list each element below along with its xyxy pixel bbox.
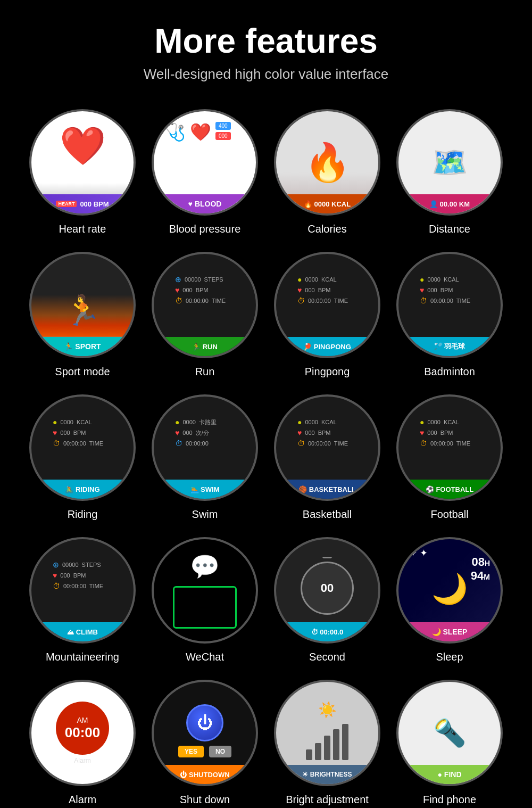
feature-shutdown: ⏻ YES NO ⏻ SHUTDOWN Shut down — [149, 680, 261, 806]
shutdown-circle: ⏻ YES NO ⏻ SHUTDOWN — [152, 680, 258, 786]
sleep-bar: 🌙 SLEEP — [398, 622, 501, 641]
second-bar: ⏱ 00:00.0 — [276, 622, 378, 641]
alarm-label: Alarm — [74, 757, 90, 764]
feature-distance: 🗺️ 👤 00.00 KM Distance — [394, 109, 505, 236]
sport-bar: 🏃 SPORT — [31, 337, 134, 356]
brightness-bars — [306, 724, 348, 760]
pingpong-circle: ●0000KCAL ♥000BPM ⏱00:00:00TIME 🏓 PINGPO… — [274, 252, 380, 358]
brightness-circle: ☀️ ☀ BRIGHTNESS — [274, 680, 380, 786]
map-icon: 🗺️ — [431, 145, 468, 180]
find-phone-icon: 🔦 — [433, 718, 466, 748]
features-grid: ❤️ HEART 000 BPM Heart rate 🩺 ❤️ 400 000… — [27, 109, 505, 806]
calories-circle: 🔥 🔥 0000 KCAL — [274, 109, 380, 216]
basketball-circle: ●0000KCAL ♥000BPM ⏱00:00:00TIME 🏀 BASKET… — [274, 394, 380, 501]
basketball-label: Basketball — [303, 507, 352, 521]
sport-figure-icon: 🏃 — [64, 293, 101, 328]
find-phone-circle: 🔦 ● FIND — [396, 680, 503, 786]
riding-circle: ●0000KCAL ♥000BPM ⏱00:00:00TIME 🚴 RIDING — [29, 394, 136, 501]
basketball-bar: 🏀 BASKETBALL — [276, 480, 378, 499]
alarm-time: 00:00 — [65, 724, 101, 741]
find-phone-label: Find phone — [423, 793, 476, 806]
riding-bar: 🚴 RIDING — [31, 480, 134, 499]
mountaineering-circle: ⊕00000STEPS ♥000BPM ⏱00:00:00TIME ⛰ CLIM… — [29, 537, 136, 644]
power-button-icon: ⏻ — [186, 704, 223, 741]
no-button: NO — [209, 746, 231, 757]
run-label: Run — [195, 365, 215, 378]
feature-pingpong: ●0000KCAL ♥000BPM ⏱00:00:00TIME 🏓 PINGPO… — [271, 252, 383, 378]
heart-rate-circle: ❤️ HEART 000 BPM — [29, 109, 136, 216]
feature-heart-rate: ❤️ HEART 000 BPM Heart rate — [27, 109, 138, 236]
run-bar: 🏃 RUN — [154, 337, 256, 356]
distance-circle: 🗺️ 👤 00.00 KM — [396, 109, 503, 216]
blood-icons: 🩺 ❤️ 400 000 — [164, 122, 245, 142]
hr-bar: HEART 000 BPM — [31, 194, 134, 213]
feature-second: 00 ⏱ 00:00.0 Second — [271, 537, 383, 664]
wechat-circle: 💬 — [152, 537, 258, 644]
feature-badminton: ●0000KCAL ♥000BPM ⏱00:00:00TIME 🏸 羽毛球 Ba… — [394, 252, 505, 378]
feature-basketball: ●0000KCAL ♥000BPM ⏱00:00:00TIME 🏀 BASKET… — [271, 394, 383, 521]
calories-label: Calories — [307, 222, 346, 236]
feature-swim: ●0000卡路里 ♥000次/分 ⏱00:00:00 🏊 SWIM Swim — [149, 394, 261, 521]
pingpong-label: Pingpong — [305, 365, 350, 378]
blood-pressure-label: Blood pressure — [169, 222, 241, 236]
swim-label: Swim — [192, 507, 218, 521]
moon-icon: 🌙 — [431, 572, 468, 606]
shutdown-bar: ⏻ SHUTDOWN — [154, 765, 256, 784]
feature-sport-mode: 🏃 🏃 SPORT Sport mode — [27, 252, 138, 378]
badminton-label: Badminton — [424, 365, 475, 378]
mountaineering-label: Mountaineering — [46, 650, 119, 664]
feature-calories: 🔥 🔥 0000 KCAL Calories — [271, 109, 383, 236]
feature-blood-pressure: 🩺 ❤️ 400 000 ♥BLOOD Blood pressure — [149, 109, 261, 236]
distance-label: Distance — [429, 222, 470, 236]
flame-icon: 🔥 — [304, 141, 351, 184]
heart-icon: ❤️ — [60, 127, 106, 164]
yes-button: YES — [178, 746, 204, 757]
sport-mode-circle: 🏃 🏃 SPORT — [29, 252, 136, 358]
feature-brightness: ☀️ ☀ BRIGHTNESS Bright adjustment — [271, 680, 383, 806]
sleep-label: Sleep — [436, 650, 463, 664]
alarm-ampm: AM — [77, 716, 88, 724]
find-bar: ● FIND — [398, 765, 501, 784]
feature-football: ●0000KCAL ♥000BPM ⏱00:00:00TIME ⚽ FOOTBA… — [394, 394, 505, 521]
distance-bar: 👤 00.00 KM — [398, 194, 501, 213]
feature-sleep: ✦ ✦ 🌙 08H 94M 🌙 SLEEP Sleep — [394, 537, 505, 664]
blood-pressure-circle: 🩺 ❤️ 400 000 ♥BLOOD — [152, 109, 258, 216]
alarm-display: AM 00:00 — [56, 702, 109, 755]
run-circle: ⊕00000STEPS ♥000BPM ⏱00:00:00TIME 🏃 RUN — [152, 252, 258, 358]
badminton-circle: ●0000KCAL ♥000BPM ⏱00:00:00TIME 🏸 羽毛球 — [396, 252, 503, 358]
stopwatch-top — [322, 557, 332, 562]
football-bar: ⚽ FOOTBALL — [398, 480, 501, 499]
blood-bar: ♥BLOOD — [154, 194, 256, 213]
football-label: Football — [430, 507, 468, 521]
wechat-icon: 💬 — [190, 553, 220, 581]
feature-alarm: AM 00:00 Alarm Alarm — [27, 680, 138, 806]
calories-bar: 🔥 0000 KCAL — [276, 194, 378, 213]
feature-run: ⊕00000STEPS ♥000BPM ⏱00:00:00TIME 🏃 RUN … — [149, 252, 261, 378]
wechat-screen — [173, 586, 237, 629]
second-label: Second — [309, 650, 345, 664]
climb-bar: ⛰ CLIMB — [31, 622, 134, 641]
feature-riding: ●0000KCAL ♥000BPM ⏱00:00:00TIME 🚴 RIDING… — [27, 394, 138, 521]
swim-circle: ●0000卡路里 ♥000次/分 ⏱00:00:00 🏊 SWIM — [152, 394, 258, 501]
wechat-label: WeChat — [186, 650, 224, 664]
sport-mode-label: Sport mode — [55, 365, 110, 378]
brightness-bar: ☀ BRIGHTNESS — [276, 765, 378, 784]
shutdown-buttons: YES NO — [178, 746, 231, 757]
swim-bar: 🏊 SWIM — [154, 480, 256, 499]
feature-wechat: 💬 WeChat — [149, 537, 261, 664]
shutdown-label: Shut down — [180, 793, 230, 806]
heart-rate-label: Heart rate — [59, 222, 106, 236]
page-title: More features — [154, 21, 378, 61]
alarm-feature-label: Alarm — [69, 793, 96, 806]
badminton-bar: 🏸 羽毛球 — [398, 337, 501, 356]
sleep-nums: 08H 94M — [471, 555, 490, 583]
pingpong-bar: 🏓 PINGPONG — [276, 337, 378, 356]
brightness-label: Bright adjustment — [286, 793, 369, 806]
feature-find-phone: 🔦 ● FIND Find phone — [394, 680, 505, 806]
stars-icon: ✦ ✦ — [409, 547, 428, 559]
page-subtitle: Well-designed high color value interface — [144, 66, 389, 83]
football-circle: ●0000KCAL ♥000BPM ⏱00:00:00TIME ⚽ FOOTBA… — [396, 394, 503, 501]
second-circle: 00 ⏱ 00:00.0 — [274, 537, 380, 644]
alarm-circle: AM 00:00 Alarm — [29, 680, 136, 786]
brightness-sun-icon: ☀️ — [318, 701, 337, 719]
